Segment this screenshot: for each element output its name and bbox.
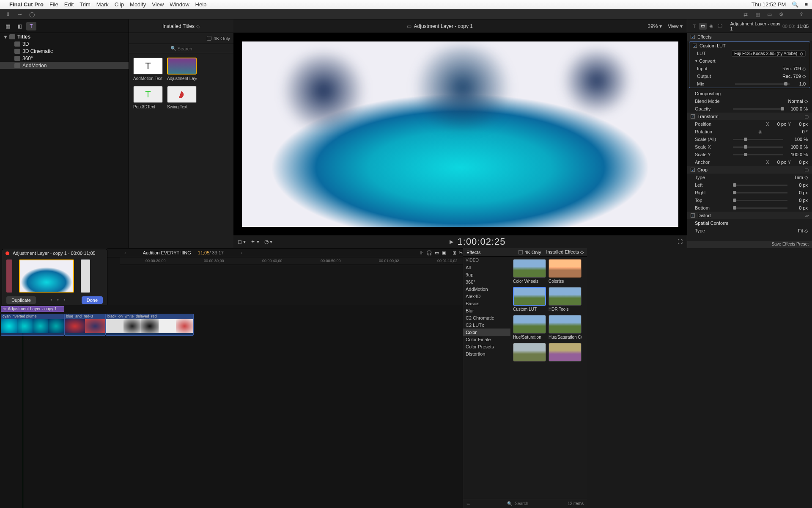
menu-view[interactable]: View: [152, 1, 164, 8]
effect-item[interactable]: Color Wheels: [513, 259, 546, 284]
blend-mode-value[interactable]: Normal ◇: [730, 99, 808, 104]
effect-item[interactable]: Hue/Saturation: [513, 315, 546, 340]
viewer-canvas[interactable]: [233, 33, 687, 235]
crop-left-slider[interactable]: [733, 185, 787, 186]
library-tab-titles-icon[interactable]: T: [26, 22, 36, 30]
menu-help[interactable]: Help: [195, 1, 207, 8]
audition-page-dots[interactable]: • • •: [36, 297, 82, 303]
viewer-view-menu[interactable]: View ▾: [668, 23, 683, 29]
share-icon[interactable]: ⇪: [797, 11, 806, 18]
audition-duplicate-button[interactable]: Duplicate: [6, 296, 36, 304]
cat-color-finale[interactable]: Color Finale: [463, 336, 510, 343]
scale-x-slider[interactable]: [733, 146, 783, 148]
timeline-clip[interactable]: black_on_white_delayed_red: [106, 314, 194, 336]
cat-c2-chromatic[interactable]: C2 Chromatic: [463, 314, 510, 321]
effects-grid[interactable]: Color Wheels Colorize Custom LUT HDR Too…: [510, 257, 587, 499]
timeline-audio-skim-icon[interactable]: 🎧: [426, 250, 432, 256]
crop-bottom-slider[interactable]: [733, 207, 787, 209]
toolbar-list-icon[interactable]: ▭: [765, 11, 774, 18]
scale-all-slider[interactable]: [733, 139, 783, 140]
cat-360[interactable]: 360°: [463, 278, 510, 285]
inspector-tab-text-icon[interactable]: T: [691, 23, 698, 30]
distort-onscreen-icon[interactable]: ▱: [805, 213, 809, 218]
effects-4k-checkbox[interactable]: [518, 250, 523, 254]
timeline-clip[interactable]: blue_and_red-B: [64, 314, 106, 336]
menu-trim[interactable]: Trim: [80, 1, 91, 8]
menu-extras-icon[interactable]: ≡: [804, 1, 808, 8]
custom-lut-header[interactable]: ✓Custom LUT: [689, 42, 810, 50]
section-crop[interactable]: ✓Crop▢: [687, 166, 812, 174]
audition-filmstrip[interactable]: [2, 257, 107, 295]
effects-thumb-size-icon[interactable]: ▭: [466, 501, 470, 506]
cat-alex4d[interactable]: Alex4D: [463, 293, 510, 300]
viewer-zoom[interactable]: 39% ▾: [648, 23, 662, 29]
toolbar-arrange-icon[interactable]: ⇄: [741, 11, 750, 18]
timeline-ruler[interactable]: 00:00:20;00 00:00:30;00 00:00:40;00 00:0…: [120, 257, 463, 265]
app-name[interactable]: Final Cut Pro: [9, 1, 44, 8]
retime-tool-icon[interactable]: ◔ ▾: [264, 239, 272, 245]
disclosure-triangle-icon[interactable]: ▾: [4, 34, 8, 40]
transform-checkbox[interactable]: ✓: [691, 114, 695, 119]
input-value[interactable]: Rec. 709 ◇: [732, 66, 806, 72]
browser-thumb[interactable]: T Pop.3DText: [133, 86, 163, 109]
viewer-timecode[interactable]: 1:00:02:25: [458, 236, 506, 247]
effects-checkbox[interactable]: ✓: [691, 35, 695, 39]
save-effects-preset-button[interactable]: Save Effects Preset: [687, 241, 812, 248]
scale-y-slider[interactable]: [733, 154, 783, 155]
audition-done-button[interactable]: Done: [82, 296, 103, 304]
crop-checkbox[interactable]: ✓: [691, 168, 695, 172]
transform-tool-icon[interactable]: ◻ ▾: [238, 239, 246, 245]
mix-slider[interactable]: [735, 83, 790, 85]
inspector-body[interactable]: ✓Effects ✓Custom LUT LUT Fuji F125 Kodak…: [687, 33, 812, 241]
cat-color[interactable]: Color: [463, 329, 510, 336]
menu-mark[interactable]: Mark: [96, 1, 109, 8]
timeline-next-icon[interactable]: ›: [241, 250, 242, 255]
timeline-project-name[interactable]: Audition EVERYTHING: [143, 250, 191, 255]
crop-onscreen-icon[interactable]: ▢: [804, 167, 809, 173]
section-compositing[interactable]: Compositing: [687, 90, 812, 97]
opacity-slider[interactable]: [733, 108, 783, 110]
browser-header[interactable]: Installed Titles ◇: [129, 19, 233, 33]
transform-onscreen-icon[interactable]: ▢: [804, 114, 809, 119]
cat-blur[interactable]: Blur: [463, 307, 510, 314]
sidebar-titles-header[interactable]: ▾ Titles: [0, 33, 129, 40]
audition-thumb-selected[interactable]: [19, 260, 74, 293]
section-effects[interactable]: ✓Effects: [687, 33, 812, 41]
effect-item[interactable]: [513, 343, 546, 363]
toolbar-grid-icon[interactable]: ▦: [753, 11, 762, 18]
timeline-title-clip[interactable]: ☆ Adjustment Layer - copy 1: [1, 306, 64, 312]
effect-item[interactable]: Colorize: [549, 259, 582, 284]
sidebar-item-3d[interactable]: 3D: [0, 40, 129, 47]
output-value[interactable]: Rec. 709 ◇: [732, 74, 806, 79]
import-icon[interactable]: ⬇: [3, 11, 13, 18]
spotlight-icon[interactable]: 🔍: [792, 1, 798, 8]
crop-top-slider[interactable]: [733, 200, 787, 201]
library-tab-media-icon[interactable]: ▦: [3, 22, 13, 30]
sidebar-item-addmotion[interactable]: AddMotion: [0, 62, 129, 69]
timeline-solo-icon[interactable]: ▭: [435, 250, 439, 256]
section-spatial-conform[interactable]: Spatial Conform: [687, 219, 812, 227]
cat-addmotion[interactable]: AddMotion: [463, 285, 510, 293]
menubar-clock[interactable]: Thu 12:52 PM: [752, 1, 786, 8]
menu-file[interactable]: File: [49, 1, 58, 8]
menu-clip[interactable]: Clip: [115, 1, 124, 8]
browser-search[interactable]: 🔍 Search: [129, 44, 233, 53]
effects-installed-dropdown[interactable]: Installed Effects ◇: [546, 249, 584, 255]
timeline-tracks[interactable]: ☆ Adjustment Layer - copy 1 cyan inverte…: [0, 305, 463, 508]
timeline-tools-icon[interactable]: ✂: [459, 250, 463, 256]
crop-right-slider[interactable]: [733, 192, 787, 193]
effects-categories[interactable]: VIDEO All 9up 360° AddMotion Alex4D Basi…: [463, 257, 510, 499]
cat-basics[interactable]: Basics: [463, 300, 510, 307]
background-tasks-icon[interactable]: ◯: [27, 11, 36, 18]
effects-search-placeholder[interactable]: Search: [515, 501, 528, 506]
library-tab-photos-icon[interactable]: ◧: [14, 22, 25, 30]
playhead[interactable]: [23, 305, 23, 508]
convert-subheader[interactable]: ▾Convert: [689, 57, 810, 65]
timeline-snap-icon[interactable]: ▣: [442, 250, 446, 256]
enhance-tool-icon[interactable]: ✦ ▾: [251, 239, 259, 245]
fullscreen-icon[interactable]: ⛶: [678, 239, 683, 245]
filter-4k-checkbox[interactable]: [207, 36, 211, 41]
section-distort[interactable]: ✓Distort▱: [687, 212, 812, 219]
crop-type-value[interactable]: Trim ◇: [730, 175, 808, 180]
play-icon[interactable]: ▶: [450, 239, 453, 245]
